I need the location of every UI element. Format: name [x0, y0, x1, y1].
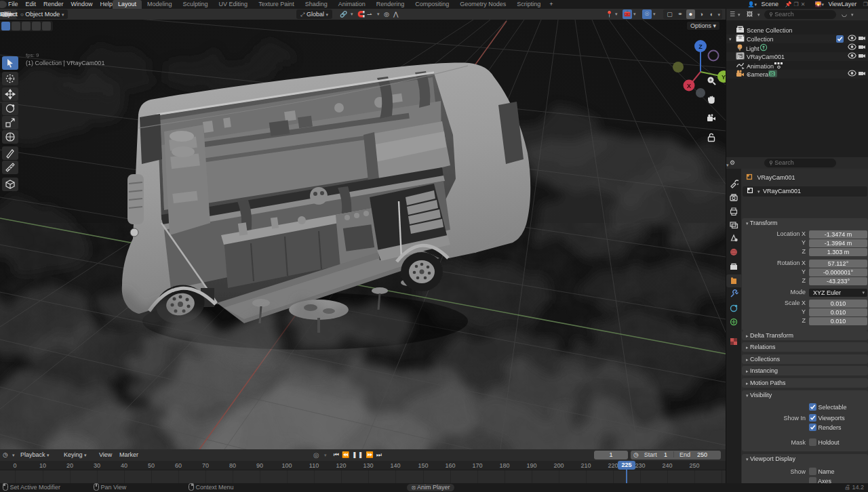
svg-text:X: X	[687, 83, 691, 89]
svg-text:Z: Z	[698, 43, 703, 50]
